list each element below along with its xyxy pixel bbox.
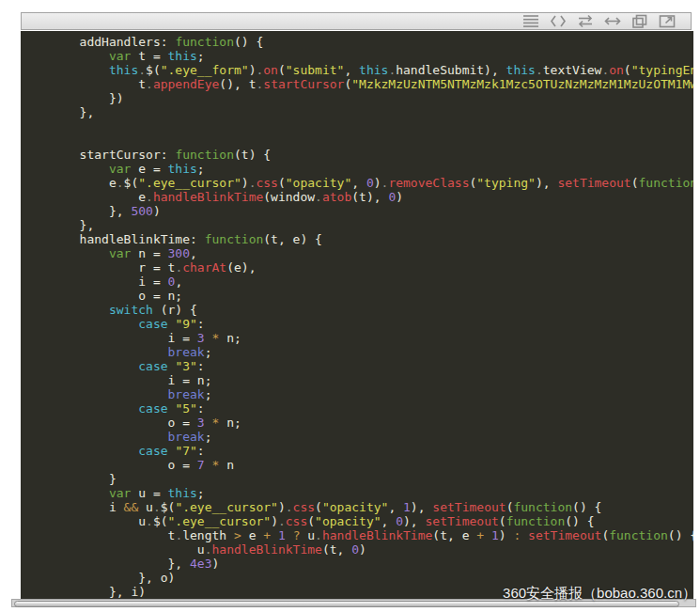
code-line: u.$(".eye__cursor").css("opacity", 0), s…: [21, 514, 693, 528]
code-line: addHandlers: function() {: [21, 35, 693, 49]
code-line: }): [21, 91, 693, 105]
code-line: }: [21, 472, 693, 486]
code-line: break;: [21, 345, 693, 359]
code-line: var e = this;: [21, 162, 693, 176]
code-line: i = n;: [21, 373, 693, 387]
code-line: t.appendEye(), t.startCursor("MzkzMzUzNT…: [21, 77, 693, 91]
code-line: }, 500): [21, 204, 693, 218]
code-line: var n = 300,: [21, 246, 693, 260]
code-line: i = 0,: [21, 275, 693, 289]
code-line: case "7":: [21, 444, 693, 458]
code-line: var t = this;: [21, 49, 693, 63]
code-line: this.$(".eye__form").on("submit", this.h…: [21, 63, 693, 77]
code-line: },: [21, 218, 693, 232]
code-line: case "5":: [21, 401, 693, 416]
code-line: r = t.charAt(e),: [21, 260, 693, 275]
code-line: switch (r) {: [21, 303, 693, 317]
code-line: case "3":: [21, 359, 693, 373]
page: addHandlers: function() { var t = this; …: [0, 0, 700, 612]
code-widget-toolbar: [21, 12, 692, 30]
code-line: t.length > e + 1 ? u.handleBlinkTime(t, …: [21, 528, 693, 542]
code-line: o = n;: [21, 289, 693, 303]
code-line: handleBlinkTime: function(t, e) {: [21, 232, 693, 246]
code-line: }, 4e3): [21, 557, 693, 571]
open-external-icon[interactable]: [659, 14, 676, 28]
code-line: i = 3 * n;: [21, 331, 693, 345]
code-line: case "9":: [21, 317, 693, 331]
code-line: o = 7 * n: [21, 458, 693, 472]
code-line: var u = this;: [21, 486, 693, 500]
code-line: e.handleBlinkTime(window.atob(t), 0): [21, 190, 693, 204]
code-line: },: [21, 105, 693, 119]
code-line: u.handleBlinkTime(t, 0): [21, 542, 693, 557]
code-line: startCursor: function(t) {: [21, 148, 693, 162]
menu-icon[interactable]: [522, 14, 539, 28]
wrap-lines-icon[interactable]: [577, 14, 594, 28]
code-line: o = 3 * n;: [21, 416, 693, 430]
horizontal-resize-icon[interactable]: [604, 14, 621, 28]
code-editor-viewport[interactable]: addHandlers: function() { var t = this; …: [21, 31, 693, 599]
code-line: e.$(".eye__cursor").css("opacity", 0).re…: [21, 176, 693, 190]
code-line: break;: [21, 430, 693, 444]
code-line: [21, 119, 693, 133]
copy-icon[interactable]: [631, 14, 648, 28]
code-line: [21, 133, 693, 148]
code-icon[interactable]: [550, 14, 567, 28]
watermark-text: 360安全播报（bobao.360.cn）: [503, 583, 696, 604]
code-line: break;: [21, 387, 693, 401]
code-line: i && u.$(".eye__cursor").css("opacity", …: [21, 500, 693, 514]
